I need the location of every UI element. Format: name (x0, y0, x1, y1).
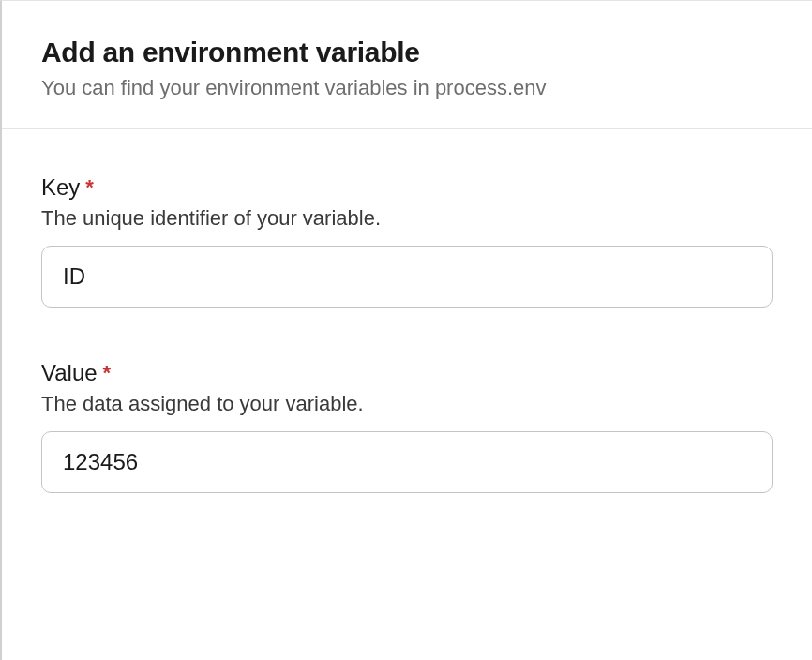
env-var-panel: Add an environment variable You can find… (0, 0, 812, 660)
value-label-text: Value (41, 360, 98, 386)
value-label: Value * (41, 360, 773, 386)
form-body: Key * The unique identifier of your vari… (2, 129, 812, 493)
page-title: Add an environment variable (41, 37, 773, 68)
key-input[interactable] (41, 246, 773, 308)
key-label: Key * (41, 174, 773, 201)
value-field-group: Value * The data assigned to your variab… (41, 360, 773, 493)
key-label-text: Key (41, 174, 80, 201)
value-description: The data assigned to your variable. (41, 392, 773, 416)
page-subtitle: You can find your environment variables … (41, 76, 773, 100)
value-input[interactable] (41, 431, 773, 493)
panel-header: Add an environment variable You can find… (2, 1, 812, 129)
required-icon: * (85, 177, 94, 198)
key-description: The unique identifier of your variable. (41, 206, 773, 231)
required-icon: * (103, 363, 112, 383)
key-field-group: Key * The unique identifier of your vari… (41, 174, 773, 308)
